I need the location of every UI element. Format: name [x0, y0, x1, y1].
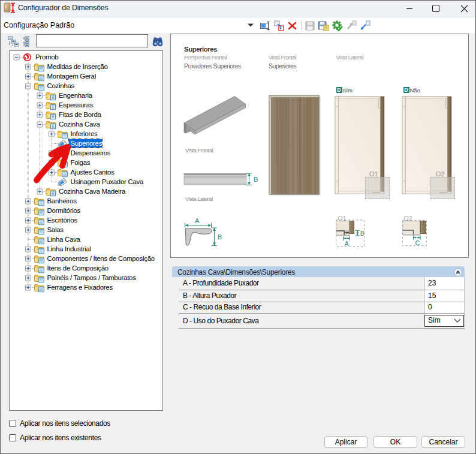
- svg-text:A: A: [345, 240, 349, 247]
- svg-text:B: B: [218, 233, 222, 240]
- svg-text:A: A: [195, 217, 200, 224]
- svg-text:B: B: [254, 176, 258, 183]
- svg-text:C: C: [415, 239, 420, 246]
- svg-text:B: B: [360, 230, 364, 237]
